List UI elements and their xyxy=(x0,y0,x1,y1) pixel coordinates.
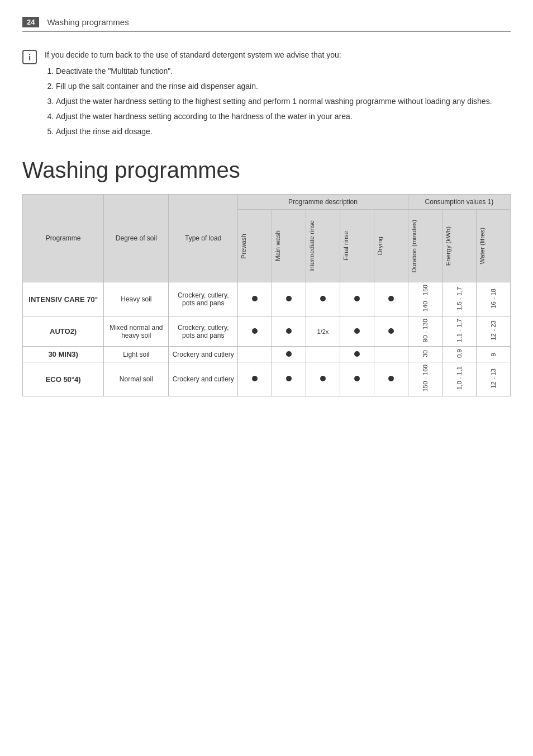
sub-header-energy: Energy (kWh) xyxy=(442,210,476,282)
prewash xyxy=(237,347,272,362)
sub-header-drying: Drying xyxy=(374,210,408,282)
main-wash xyxy=(272,316,306,347)
info-step-2: Fill up the salt container and the rinse… xyxy=(56,81,492,92)
page-number: 24 xyxy=(22,17,39,27)
degree-soil: Mixed normal and heavy soil xyxy=(104,316,169,347)
info-icon: i xyxy=(22,50,37,64)
col-header-programme-desc: Programme description xyxy=(237,195,408,210)
water-value: 16 - 18 xyxy=(476,282,510,316)
table-row: 30 MIN3)Light soilCrockery and cutlery30… xyxy=(23,347,511,362)
info-step-3: Adjust the water hardness setting to the… xyxy=(56,96,492,107)
final-rinse xyxy=(340,316,374,347)
duration-value: 90 - 130 xyxy=(408,316,442,347)
energy-value: 1,1 - 1,7 xyxy=(442,316,476,347)
prewash xyxy=(237,316,272,347)
col-header-programme: Programme xyxy=(23,195,104,282)
info-steps: Deactivate the "Multitab function". Fill… xyxy=(56,65,492,138)
info-step-1: Deactivate the "Multitab function". xyxy=(56,65,492,77)
section-heading: Washing programmes xyxy=(22,158,511,183)
final-rinse xyxy=(340,362,374,396)
duration-value: 150 - 160 xyxy=(408,362,442,396)
duration-value: 30 xyxy=(408,347,442,362)
info-text: If you decide to turn back to the use of… xyxy=(45,49,492,141)
col-header-type: Type of load xyxy=(169,195,237,282)
water-value: 12 - 13 xyxy=(476,362,510,396)
energy-value: 1,0 - 1,1 xyxy=(442,362,476,396)
drying xyxy=(374,316,408,347)
sub-header-intermediate-rinse: Intermediate rinse xyxy=(306,210,340,282)
degree-soil: Light soil xyxy=(104,347,169,362)
type-load: Crockery, cutlery, pots and pans xyxy=(169,316,237,347)
energy-value: 1,5 - 1,7 xyxy=(442,282,476,316)
prewash xyxy=(237,282,272,316)
drying xyxy=(374,347,408,362)
water-value: 9 xyxy=(476,347,510,362)
info-box: i If you decide to turn back to the use … xyxy=(22,49,511,141)
type-load: Crockery, cutlery, pots and pans xyxy=(169,282,237,316)
table-row: ECO 50°4)Normal soilCrockery and cutlery… xyxy=(23,362,511,396)
page-header: 24 Washing programmes xyxy=(22,17,511,32)
washing-table: Programme Degree of soil Type of load Pr… xyxy=(22,194,511,396)
info-step-5: Adjust the rinse aid dosage. xyxy=(56,126,492,138)
programme-name: INTENSIV CARE 70° xyxy=(23,282,104,316)
col-header-degree: Degree of soil xyxy=(104,195,169,282)
drying xyxy=(374,282,408,316)
intermediate-rinse xyxy=(306,362,340,396)
type-load: Crockery and cutlery xyxy=(169,362,237,396)
energy-value: 0,9 xyxy=(442,347,476,362)
table-row: INTENSIV CARE 70°Heavy soilCrockery, cut… xyxy=(23,282,511,316)
main-wash xyxy=(272,362,306,396)
main-wash xyxy=(272,347,306,362)
programme-name: ECO 50°4) xyxy=(23,362,104,396)
drying xyxy=(374,362,408,396)
col-header-consumption: Consumption values 1) xyxy=(408,195,510,210)
type-load: Crockery and cutlery xyxy=(169,347,237,362)
table-row: AUTO2)Mixed normal and heavy soilCrocker… xyxy=(23,316,511,347)
duration-value: 140 - 150 xyxy=(408,282,442,316)
programme-name: 30 MIN3) xyxy=(23,347,104,362)
degree-soil: Normal soil xyxy=(104,362,169,396)
sub-header-final-rinse: Final rinse xyxy=(340,210,374,282)
main-wash xyxy=(272,282,306,316)
degree-soil: Heavy soil xyxy=(104,282,169,316)
info-intro: If you decide to turn back to the use of… xyxy=(45,50,341,59)
final-rinse xyxy=(340,347,374,362)
sub-header-prewash: Prewash xyxy=(237,210,272,282)
info-step-4: Adjust the water hardness setting accord… xyxy=(56,111,492,122)
sub-header-duration: Duration (minutes) xyxy=(408,210,442,282)
final-rinse xyxy=(340,282,374,316)
programme-name: AUTO2) xyxy=(23,316,104,347)
intermediate-rinse xyxy=(306,347,340,362)
prewash xyxy=(237,362,272,396)
sub-header-main-wash: Main wash xyxy=(272,210,306,282)
intermediate-rinse xyxy=(306,282,340,316)
water-value: 12 - 23 xyxy=(476,316,510,347)
sub-header-water: Water (litres) xyxy=(476,210,510,282)
intermediate-rinse: 1/2x xyxy=(306,316,340,347)
page-title: Washing programmes xyxy=(47,17,129,27)
